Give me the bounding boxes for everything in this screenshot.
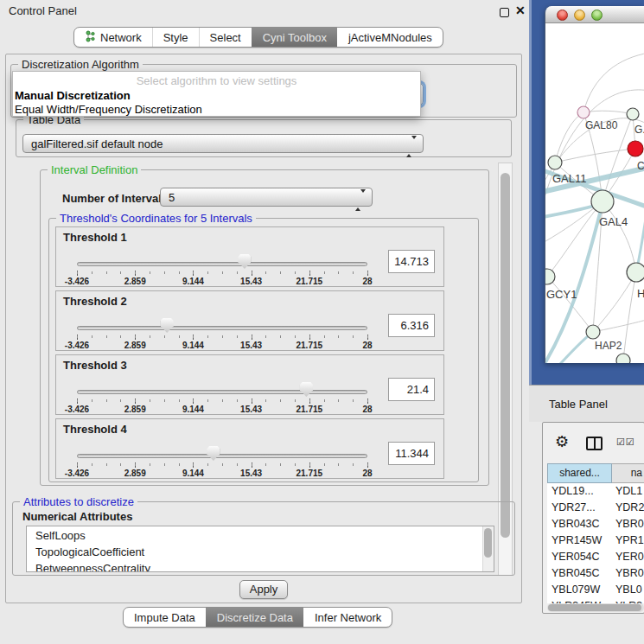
node-label: G. bbox=[634, 124, 644, 136]
table-row[interactable]: YBR045CYBR0 bbox=[547, 565, 644, 582]
threshold-2-slider-thumb[interactable] bbox=[161, 318, 174, 333]
network-node[interactable] bbox=[628, 141, 643, 156]
table-hscrollbar-track[interactable] bbox=[547, 603, 644, 612]
cell-shared-name[interactable]: YDR27... bbox=[547, 500, 612, 516]
slider-minor-ticks bbox=[77, 271, 369, 274]
cell-name[interactable]: YDR2 bbox=[612, 500, 644, 516]
threshold-4-value-field[interactable]: 11.344 bbox=[388, 442, 435, 465]
cell-name[interactable]: YBR0 bbox=[612, 516, 644, 532]
tick-label: 21.715 bbox=[296, 277, 323, 286]
tick-label: 28 bbox=[362, 469, 372, 478]
node-label: GAL80 bbox=[585, 119, 618, 131]
cell-shared-name[interactable]: YER054C bbox=[547, 549, 612, 565]
cell-shared-name[interactable]: YPR145W bbox=[547, 532, 612, 549]
table-row[interactable]: YPR145WYPR1 bbox=[547, 532, 644, 549]
tab-style[interactable]: Style bbox=[152, 28, 199, 47]
cell-name[interactable]: YDL1 bbox=[612, 483, 644, 500]
list-scrollbar-track[interactable] bbox=[482, 526, 494, 571]
tab-jactivemnodules[interactable]: jActiveMNodules bbox=[337, 28, 443, 47]
node-label: GAL11 bbox=[552, 172, 587, 185]
threshold-2-label: Threshold 2 bbox=[63, 295, 127, 308]
tab-network[interactable]: Network bbox=[74, 28, 152, 47]
cell-name[interactable]: YER0 bbox=[612, 549, 644, 565]
tab-discretize-data[interactable]: Discretize Data bbox=[206, 608, 303, 627]
algorithm-dropdown-popup: Select algorithm to view settings Manual… bbox=[12, 71, 421, 117]
threshold-1-slider-track[interactable] bbox=[77, 262, 367, 266]
network-node[interactable] bbox=[591, 190, 614, 213]
table-row[interactable]: YBL079WYBL0 bbox=[547, 582, 644, 598]
tab-impute-data[interactable]: Impute Data bbox=[124, 608, 206, 627]
network-canvas[interactable]: GAL80G.CGAL11GAL4GCY1HHAP2 bbox=[545, 23, 644, 363]
apply-button[interactable]: Apply bbox=[239, 580, 288, 599]
threshold-2-slider-track[interactable] bbox=[77, 326, 367, 330]
network-node[interactable] bbox=[545, 269, 555, 284]
threshold-4-label: Threshold 4 bbox=[63, 423, 127, 436]
number-of-intervals-spinner[interactable]: 5 bbox=[160, 188, 373, 207]
table-row[interactable]: YDR27...YDR2 bbox=[547, 500, 644, 516]
attribute-list-item[interactable]: TopologicalCoefficient bbox=[35, 545, 150, 561]
network-node[interactable] bbox=[577, 106, 590, 118]
threshold-1-label: Threshold 1 bbox=[63, 231, 127, 244]
close-traffic-light-icon[interactable] bbox=[557, 10, 568, 21]
table-hscrollbar-thumb[interactable] bbox=[548, 604, 641, 611]
tab-select[interactable]: Select bbox=[199, 28, 252, 47]
algorithm-placeholder-option[interactable]: Select algorithm to view settings bbox=[13, 74, 420, 89]
network-node[interactable] bbox=[548, 156, 562, 169]
network-node[interactable] bbox=[627, 108, 639, 120]
cell-name[interactable]: YBL0 bbox=[612, 582, 644, 598]
algorithm-option-manual[interactable]: Manual Discretization bbox=[13, 89, 420, 103]
gear-icon[interactable]: ⚙ bbox=[555, 434, 569, 450]
tick-label: -3.426 bbox=[65, 277, 89, 286]
float-window-icon[interactable] bbox=[500, 8, 509, 17]
column-layout-icon[interactable] bbox=[586, 437, 603, 450]
attribute-list-item[interactable]: BetweennessCentrality bbox=[35, 561, 150, 572]
network-node[interactable] bbox=[616, 354, 630, 363]
threshold-1-value-field[interactable]: 14.713 bbox=[388, 250, 435, 273]
network-window-titlebar[interactable] bbox=[545, 6, 644, 23]
cell-name[interactable]: YBR0 bbox=[612, 565, 644, 582]
cell-shared-name[interactable]: YBR045C bbox=[547, 565, 612, 582]
tab-cyni-toolbox[interactable]: Cyni Toolbox bbox=[252, 28, 337, 47]
network-node[interactable] bbox=[586, 325, 600, 339]
network-view-window: GAL80G.CGAL11GAL4GCY1HHAP2 bbox=[545, 6, 644, 363]
network-node[interactable] bbox=[627, 263, 644, 282]
panel-scrollbar-thumb[interactable] bbox=[501, 173, 510, 538]
tick-label: 9.144 bbox=[182, 277, 204, 286]
table-data-selected: galFiltered.sif default node bbox=[31, 137, 163, 150]
table-row[interactable]: YBR043CYBR0 bbox=[547, 516, 644, 532]
threshold-2-value-field[interactable]: 6.316 bbox=[388, 314, 435, 337]
discretization-algorithm-group-title: Discretization Algorithm bbox=[18, 58, 143, 71]
node-label: HAP2 bbox=[595, 340, 622, 352]
threshold-4-slider-thumb[interactable] bbox=[207, 446, 220, 461]
tab-label: Cyni Toolbox bbox=[263, 31, 327, 44]
algorithm-option-equal-width[interactable]: Equal Width/Frequency Discretization bbox=[13, 103, 420, 117]
threshold-4-slider-track[interactable] bbox=[77, 454, 367, 458]
tick-label: -3.426 bbox=[65, 405, 89, 414]
attribute-list-item[interactable]: SelfLoops bbox=[35, 528, 150, 545]
table-data-combobox[interactable]: galFiltered.sif default node bbox=[22, 134, 424, 153]
slider-minor-ticks bbox=[77, 463, 369, 466]
threshold-1-slider-thumb[interactable] bbox=[238, 254, 251, 269]
threshold-4-panel: Threshold 4 -3.4262.8599.14415.4321.7152… bbox=[55, 418, 444, 479]
cell-shared-name[interactable]: YBR043C bbox=[547, 516, 612, 532]
table-row[interactable]: YDL19...YDL1 bbox=[547, 483, 644, 500]
tab-infer-network[interactable]: Infer Network bbox=[303, 608, 392, 627]
threshold-3-value-field[interactable]: 21.4 bbox=[388, 378, 435, 401]
threshold-3-panel: Threshold 3 -3.4262.8599.14415.4321.7152… bbox=[55, 354, 444, 415]
cell-name[interactable]: YPR1 bbox=[612, 532, 644, 549]
numerical-attributes-list[interactable]: SelfLoopsTopologicalCoefficientBetweenne… bbox=[26, 526, 494, 572]
list-scrollbar-thumb[interactable] bbox=[484, 528, 492, 558]
threshold-3-slider-thumb[interactable] bbox=[300, 382, 313, 397]
cell-shared-name[interactable]: YDL19... bbox=[547, 483, 612, 500]
zoom-traffic-light-icon[interactable] bbox=[591, 10, 603, 21]
select-columns-icon[interactable]: ☑☑ bbox=[616, 437, 635, 448]
cell-shared-name[interactable]: YBL079W bbox=[547, 582, 612, 598]
top-tab-bar: NetworkStyleSelectCyni ToolboxjActiveMNo… bbox=[73, 27, 443, 48]
close-icon[interactable]: ✕ bbox=[515, 3, 526, 17]
minimize-traffic-light-icon[interactable] bbox=[574, 10, 585, 21]
tick-label: 15.43 bbox=[240, 469, 262, 478]
table-row[interactable]: YER054CYER0 bbox=[547, 549, 644, 565]
column-header-shared[interactable]: shared... bbox=[547, 463, 612, 483]
threshold-3-slider-track[interactable] bbox=[77, 390, 367, 394]
column-header-name[interactable]: na bbox=[612, 463, 644, 483]
